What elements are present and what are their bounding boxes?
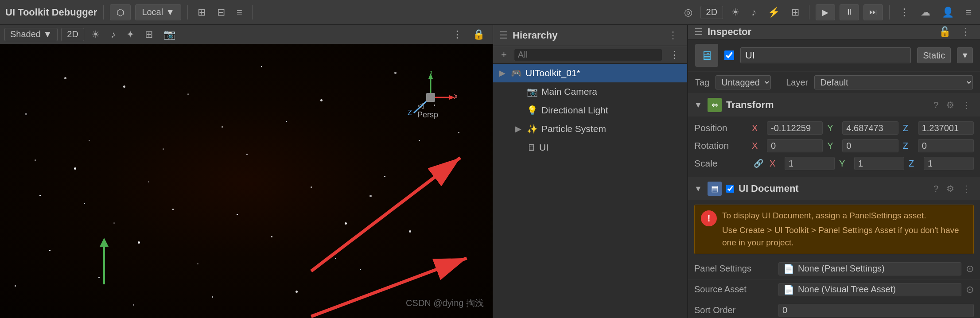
particle-dot: [369, 195, 372, 197]
fx-button[interactable]: ⚡: [764, 4, 783, 20]
scale-row: Scale 🔗 X Y Z: [694, 155, 974, 171]
toolbar-sep-2: [187, 5, 188, 19]
light-button[interactable]: ☀: [727, 4, 743, 20]
inspector-more-btn[interactable]: ⋮: [957, 25, 974, 39]
step-button[interactable]: ⏭: [863, 4, 883, 20]
grid-button[interactable]: ⊞: [194, 4, 209, 20]
hierarchy-toolbar: + ⋮: [493, 46, 687, 64]
rot-z-axis: Z: [903, 141, 914, 151]
scale-y-input[interactable]: [854, 157, 904, 170]
layer-select[interactable]: Default: [814, 75, 973, 89]
scene-overlay-btn[interactable]: ⊞: [141, 27, 156, 43]
panel-settings-row: Panel Settings 📄 None (Panel Settings) ⊙: [688, 259, 980, 279]
hier-expand-arrow[interactable]: ▶: [515, 124, 523, 134]
hierarchy-item[interactable]: 💡Directional Light: [493, 101, 687, 120]
sort-order-label: Sort Order: [694, 305, 774, 315]
ui-doc-more-btn[interactable]: ⋮: [960, 182, 974, 195]
transform-tool-button[interactable]: ⬡: [110, 4, 131, 20]
rot-y-input[interactable]: [842, 139, 898, 152]
account-button[interactable]: 👤: [938, 4, 957, 20]
particle-dot: [113, 222, 115, 224]
hier-expand-arrow[interactable]: ▶: [499, 68, 507, 78]
layers-button[interactable]: ≡: [233, 4, 246, 20]
tag-label: Tag: [695, 78, 709, 88]
inspector-lock-btn[interactable]: 🔓: [935, 25, 954, 39]
scene-more-btn[interactable]: ⋮: [449, 27, 466, 43]
scene-gizmo: X Y Z ◁ Persp: [404, 71, 457, 124]
hierarchy-search[interactable]: [514, 49, 662, 61]
hier-item-name: Main Camera: [541, 86, 597, 97]
hier-filter-btn[interactable]: ⋮: [666, 48, 683, 62]
pos-z-input[interactable]: [918, 121, 974, 135]
toolbar-sep-4: [809, 5, 809, 19]
warning-text: To display UI Document, assign a PanelSe…: [722, 209, 967, 249]
hierarchy-item[interactable]: 🖥UI: [493, 138, 687, 157]
layout-button[interactable]: ⊟: [214, 4, 229, 20]
warning-line1: To display UI Document, assign a PanelSe…: [722, 209, 967, 222]
particle-dot: [15, 285, 16, 287]
source-asset-circle-btn[interactable]: ⊙: [966, 284, 974, 295]
particle-dot: [163, 148, 164, 150]
scene-fx-btn[interactable]: ✦: [123, 27, 138, 43]
scene-lock-btn[interactable]: 🔒: [469, 27, 488, 43]
transform-help-btn[interactable]: ?: [931, 99, 941, 111]
hier-item-icon: 🎮: [511, 68, 522, 78]
tag-select[interactable]: Untagged: [716, 75, 771, 89]
inspector-header: ☰ Inspector 🔓 ⋮: [688, 25, 980, 39]
scene-button[interactable]: ⊞: [788, 4, 803, 20]
rot-z-input[interactable]: [918, 139, 974, 152]
audio-button[interactable]: ♪: [748, 4, 760, 20]
scale-z-input[interactable]: [924, 157, 974, 170]
pause-button[interactable]: ⏸: [840, 4, 859, 20]
object-active-checkbox[interactable]: [724, 50, 734, 60]
layer-label: Layer: [786, 78, 808, 88]
pos-x-input[interactable]: [767, 121, 823, 135]
scene-area[interactable]: X Y Z ◁ Persp: [0, 44, 493, 318]
ui-doc-active-checkbox[interactable]: [726, 185, 734, 193]
2d-button[interactable]: 2D: [700, 6, 723, 19]
panel-settings-circle-btn[interactable]: ⊙: [966, 263, 974, 275]
hierarchy-more-btn[interactable]: ⋮: [665, 28, 681, 43]
green-arrow: [97, 236, 111, 291]
toolbar-right: ◎ 2D ☀ ♪ ⚡ ⊞ ▶ ⏸ ⏭ ⋮ ☁ 👤 ≡: [681, 4, 975, 20]
play-button[interactable]: ▶: [816, 4, 835, 20]
rot-x-input[interactable]: [767, 139, 823, 152]
layers-button2[interactable]: ≡: [962, 4, 975, 20]
collab-button[interactable]: ☁: [917, 4, 934, 20]
2d-scene-button[interactable]: 2D: [61, 28, 84, 41]
transform-header[interactable]: ▼ ⇔ Transform ? ⚙ ⋮: [688, 93, 980, 116]
hierarchy-item[interactable]: ▶🎮UIToolkit_01*: [493, 64, 687, 82]
particle-dot: [261, 66, 262, 67]
hier-add-btn[interactable]: +: [498, 48, 510, 62]
more-button[interactable]: ⋮: [896, 4, 913, 20]
local-dropdown-button[interactable]: Local ▼: [135, 4, 181, 20]
pos-y-input[interactable]: [842, 121, 898, 135]
warning-icon: !: [701, 210, 717, 226]
ui-doc-help-btn[interactable]: ?: [931, 183, 941, 195]
sort-order-input[interactable]: [778, 304, 974, 317]
rot-x-axis: X: [752, 141, 762, 151]
hierarchy-item[interactable]: 📷Main Camera: [493, 82, 687, 101]
object-name-input[interactable]: [740, 47, 911, 63]
shaded-button[interactable]: Shaded ▼: [4, 28, 58, 41]
object-header: 🖥 Static ▼: [688, 39, 980, 72]
scene-light-btn[interactable]: ☀: [88, 27, 104, 43]
ui-document-header[interactable]: ▼ ▤ UI Document ? ⚙ ⋮: [688, 177, 980, 200]
transform-more-btn[interactable]: ⋮: [960, 99, 974, 111]
transform-settings-btn[interactable]: ⚙: [944, 99, 957, 111]
particle-dot: [172, 209, 174, 210]
scene-cam-btn[interactable]: 📷: [160, 27, 179, 43]
particle-dot: [74, 167, 76, 170]
ui-doc-settings-btn[interactable]: ⚙: [944, 182, 957, 195]
scale-x-input[interactable]: [785, 157, 835, 170]
static-button[interactable]: Static: [917, 47, 951, 63]
static-arrow-button[interactable]: ▼: [957, 47, 973, 63]
hierarchy-item[interactable]: ▶✨Particle System: [493, 120, 687, 138]
rotation-label: Rotation: [694, 140, 747, 151]
particle-dot: [64, 77, 66, 79]
particle-dot: [320, 99, 323, 101]
gizmo-button[interactable]: ◎: [681, 4, 696, 20]
hierarchy-panel: ☰ Hierarchy ⋮ + ⋮ ▶🎮UIToolkit_01*📷Main C…: [493, 25, 688, 318]
particle-dot: [187, 93, 189, 95]
scene-audio-btn[interactable]: ♪: [107, 27, 119, 43]
